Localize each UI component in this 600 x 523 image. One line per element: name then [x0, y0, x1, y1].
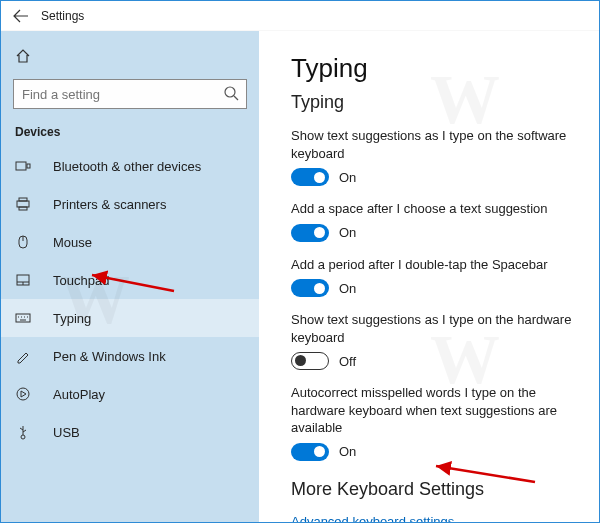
home-button[interactable] [1, 39, 41, 73]
autoplay-icon [15, 386, 37, 402]
svg-point-0 [225, 87, 235, 97]
toggle-state: On [339, 281, 356, 296]
search-icon [223, 85, 239, 105]
sidebar-item-autoplay[interactable]: AutoPlay [1, 375, 259, 413]
toggle-state: On [339, 170, 356, 185]
titlebar: Settings [1, 1, 599, 31]
setting-hardware-suggestions: Show text suggestions as I type on the h… [291, 311, 579, 370]
svg-rect-3 [27, 164, 30, 168]
bluetooth-icon [15, 158, 37, 174]
toggle-switch[interactable] [291, 352, 329, 370]
sidebar-item-typing[interactable]: Typing [1, 299, 259, 337]
sidebar-item-bluetooth[interactable]: Bluetooth & other devices [1, 147, 259, 185]
search-input[interactable] [13, 79, 247, 109]
toggle-switch[interactable] [291, 443, 329, 461]
sidebar: Devices Bluetooth & other devices Printe… [1, 31, 259, 522]
section-heading-typing: Typing [291, 92, 579, 113]
toggle-switch[interactable] [291, 224, 329, 242]
toggle-state: Off [339, 354, 356, 369]
keyboard-icon [15, 310, 37, 326]
window-title: Settings [41, 9, 84, 23]
setting-add-space: Add a space after I choose a text sugges… [291, 200, 579, 242]
search-box[interactable] [13, 79, 247, 109]
sidebar-item-label: Typing [53, 311, 91, 326]
svg-rect-4 [17, 201, 29, 207]
svg-rect-12 [16, 314, 30, 322]
sidebar-item-label: Bluetooth & other devices [53, 159, 201, 174]
toggle-state: On [339, 444, 356, 459]
usb-icon [15, 424, 37, 440]
sidebar-item-touchpad[interactable]: Touchpad [1, 261, 259, 299]
svg-line-1 [234, 96, 238, 100]
svg-point-19 [21, 435, 25, 439]
touchpad-icon [15, 272, 37, 288]
sidebar-item-mouse[interactable]: Mouse [1, 223, 259, 261]
section-heading-more-keyboard: More Keyboard Settings [291, 479, 579, 500]
sidebar-item-label: Pen & Windows Ink [53, 349, 166, 364]
svg-rect-6 [19, 207, 27, 210]
setting-software-suggestions: Show text suggestions as I type on the s… [291, 127, 579, 186]
sidebar-item-label: Touchpad [53, 273, 109, 288]
printer-icon [15, 196, 37, 212]
section-heading-devices: Devices [1, 121, 259, 147]
setting-add-period: Add a period after I double-tap the Spac… [291, 256, 579, 298]
home-icon [15, 48, 31, 64]
back-button[interactable] [1, 1, 41, 31]
setting-label: Add a space after I choose a text sugges… [291, 200, 579, 218]
sidebar-item-label: Mouse [53, 235, 92, 250]
setting-label: Show text suggestions as I type on the h… [291, 311, 579, 346]
sidebar-item-label: USB [53, 425, 80, 440]
toggle-switch[interactable] [291, 168, 329, 186]
sidebar-item-usb[interactable]: USB [1, 413, 259, 451]
sidebar-item-label: Printers & scanners [53, 197, 166, 212]
svg-rect-5 [19, 198, 27, 201]
setting-label: Show text suggestions as I type on the s… [291, 127, 579, 162]
setting-label: Add a period after I double-tap the Spac… [291, 256, 579, 274]
svg-point-18 [17, 388, 29, 400]
page-title: Typing [291, 53, 579, 84]
content-pane: Typing Typing Show text suggestions as I… [259, 31, 599, 522]
sidebar-item-pen[interactable]: Pen & Windows Ink [1, 337, 259, 375]
svg-rect-2 [16, 162, 26, 170]
sidebar-item-printers[interactable]: Printers & scanners [1, 185, 259, 223]
toggle-state: On [339, 225, 356, 240]
back-arrow-icon [13, 8, 29, 24]
toggle-switch[interactable] [291, 279, 329, 297]
advanced-keyboard-link[interactable]: Advanced keyboard settings [291, 514, 579, 522]
sidebar-item-label: AutoPlay [53, 387, 105, 402]
pen-icon [15, 348, 37, 364]
mouse-icon [15, 234, 37, 250]
setting-label: Autocorrect misspelled words I type on t… [291, 384, 579, 437]
setting-autocorrect: Autocorrect misspelled words I type on t… [291, 384, 579, 461]
